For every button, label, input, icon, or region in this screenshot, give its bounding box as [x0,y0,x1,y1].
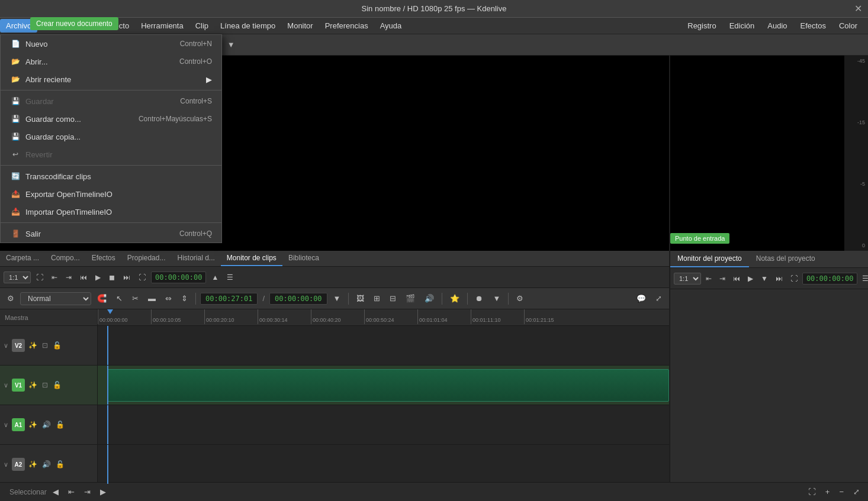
a1-lock-btn[interactable]: 🔓 [54,419,66,430]
right-mon-playdrop[interactable]: ▼ [758,273,771,285]
tab-monitor-clips[interactable]: Monitor de clips [221,251,282,266]
tl-clip-btn[interactable]: ▬ [144,292,159,305]
tab-compo[interactable]: Compo... [45,251,86,266]
left-mon-fit[interactable]: ⛶ [33,271,46,283]
clip-v1[interactable] [107,369,669,402]
left-mon-in[interactable]: ⇤ [49,271,60,283]
tl-split2-btn[interactable]: ⊞ [370,292,384,305]
a2-sound-btn[interactable]: 🔊 [41,459,52,470]
tl-subtitle-btn[interactable]: 💬 [633,292,650,305]
v2-lock-btn[interactable]: 🔓 [52,340,63,351]
menu-item-abrir[interactable]: 📂 Abrir... Control+O [1,53,221,70]
tl-record-dropdown[interactable]: ▼ [489,292,504,305]
a1-sound-btn[interactable]: 🔊 [41,419,52,430]
tl-split-btn[interactable]: ⇕ [178,292,191,305]
track-row-v2[interactable] [98,326,669,366]
menu-item-revertir[interactable]: ↩ Revertir [1,146,221,163]
tl-expand-btn[interactable]: ⤢ [652,292,666,305]
tab-efectos[interactable]: Efectos [86,251,121,266]
workspace-efectos[interactable]: Efectos [795,19,832,33]
right-mon-prev[interactable]: ⏮ [730,273,743,285]
v1-expand[interactable]: ∨ [4,382,8,389]
v2-snap-btn[interactable]: ⊡ [41,340,49,351]
left-mon-menu[interactable]: ☰ [224,271,236,283]
right-mon-next[interactable]: ⏭ [773,273,786,285]
right-mon-menu[interactable]: ☰ [859,273,868,285]
workspace-registro[interactable]: Registro [681,19,722,33]
menu-herramienta[interactable]: Herramienta [135,19,189,33]
tl-fit-btn[interactable]: ⇔ [162,292,175,305]
menu-item-transcodificar[interactable]: 🔄 Transcodificar clips [1,167,221,185]
a2-effects-btn[interactable]: ✨ [27,459,38,470]
track-row-a1[interactable] [98,405,669,445]
right-monitor-time[interactable]: 00:00:00:00 [802,273,857,285]
tl-star-btn[interactable]: ⭐ [446,292,463,305]
menu-item-importar[interactable]: 📥 Importar OpenTimelineIO [1,203,221,221]
close-button[interactable]: ✕ [854,3,862,14]
v2-expand[interactable]: ∨ [4,342,8,350]
status-next-btn[interactable]: ▶ [97,486,110,498]
tab-biblioteca[interactable]: Biblioteca [282,251,325,266]
status-zoom-out[interactable]: − [835,486,847,498]
menu-item-abrir-reciente[interactable]: 📂 Abrir reciente ▶ [1,70,221,88]
menu-item-guardar[interactable]: 💾 Guardar Control+S [1,92,221,110]
status-zoom-in[interactable]: + [822,486,834,498]
right-zoom-select[interactable]: 1:1 1:2 [674,273,701,285]
menu-item-salir[interactable]: 🚪 Salir Control+Q [1,225,221,243]
tl-magnet-btn[interactable]: 🧲 [94,292,110,305]
tab-historial[interactable]: Historial d... [171,251,220,266]
workspace-color[interactable]: Color [833,19,863,33]
menu-clip[interactable]: Clip [189,19,214,33]
left-mon-expand[interactable]: ⛶ [136,271,149,283]
menu-preferencias[interactable]: Preferencias [319,19,374,33]
tab-propiedad[interactable]: Propiedad... [121,251,172,266]
tl-time-current[interactable]: 00:00:27:01 [200,293,258,305]
left-mon-play[interactable]: ▶ [92,271,104,283]
tl-effects2-btn[interactable]: 🎬 [402,292,419,305]
menu-item-nuevo[interactable]: 📄 Nuevo Control+N [1,35,221,53]
left-zoom-select[interactable]: 1:1 1:2 1:4 [4,271,31,283]
menu-item-guardar-copia[interactable]: 💾 Guardar copia... [1,128,221,146]
tl-time-dropdown[interactable]: ▼ [330,292,345,305]
right-mon-expand[interactable]: ⛶ [787,273,801,285]
tl-mode-select[interactable]: Normal [20,292,91,305]
right-mon-play[interactable]: ▶ [745,273,756,285]
tl-thumbnail-btn[interactable]: 🖼 [353,292,368,305]
tl-record-btn[interactable]: ⏺ [472,292,487,305]
workspace-audio[interactable]: Audio [761,19,793,33]
menu-item-guardar-como[interactable]: 💾 Guardar como... Control+Mayúsculas+S [1,110,221,128]
track-row-v1[interactable] [98,366,669,405]
left-mon-stop[interactable]: ◼ [106,271,118,283]
menu-item-exportar[interactable]: 📤 Exportar OpenTimelineIO [1,185,221,203]
status-in-btn[interactable]: ⇤ [65,486,78,498]
v1-effects-btn[interactable]: ✨ [27,380,38,390]
a1-effects-btn[interactable]: ✨ [27,419,38,430]
v1-snap-btn[interactable]: ⊡ [41,380,49,390]
tl-time-duration[interactable]: 00:00:00:00 [269,293,327,305]
a1-expand[interactable]: ∨ [4,421,8,429]
menu-linea-de-tiempo[interactable]: Línea de tiempo [214,19,281,33]
tl-settings-btn[interactable]: ⚙ [4,292,18,305]
tl-settings2-btn[interactable]: ⚙ [513,292,527,305]
a2-lock-btn[interactable]: 🔓 [54,459,66,470]
left-monitor-time[interactable]: 00:00:00:00 [151,271,206,283]
tl-audio-btn[interactable]: 🔊 [421,292,438,305]
right-mon-in[interactable]: ⇤ [703,273,715,285]
v2-effects-btn[interactable]: ✨ [27,340,38,351]
left-mon-up[interactable]: ▲ [208,271,221,283]
status-out-btn[interactable]: ⇥ [81,486,94,498]
status-expand[interactable]: ⤢ [850,486,863,498]
status-prev-btn[interactable]: ◀ [49,486,62,498]
tab-notas-proyecto[interactable]: Notas del proyecto [749,251,822,267]
menu-ayuda[interactable]: Ayuda [374,19,408,33]
track-row-a2[interactable] [98,445,669,484]
right-mon-out[interactable]: ⇥ [716,273,728,285]
tl-merge-btn[interactable]: ⊟ [386,292,400,305]
a2-expand[interactable]: ∨ [4,461,8,468]
status-zoom-fit[interactable]: ⛶ [805,486,819,498]
menu-monitor[interactable]: Monitor [281,19,319,33]
tab-carpeta[interactable]: Carpeta ... [0,251,45,266]
left-mon-prev[interactable]: ⏮ [77,271,90,283]
tl-cut-btn[interactable]: ✂ [128,292,142,305]
workspace-edicion[interactable]: Edición [724,19,761,33]
